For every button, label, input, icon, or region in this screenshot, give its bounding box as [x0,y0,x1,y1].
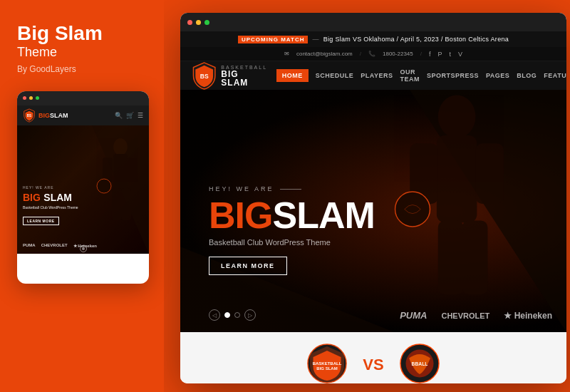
nav-blog[interactable]: BLOG [517,72,537,79]
svg-text:BBALL: BBALL [411,361,428,366]
mobile-mockup: BS BIGSLAM 🔍 🛒 ☰ [17,91,149,284]
vimeo-icon: V [458,51,462,58]
browser-top-bar [180,13,566,31]
svg-rect-12 [475,143,504,204]
team2-logo-icon: BBALL [398,342,441,383]
mobile-dot-indicator [80,245,87,252]
svg-rect-6 [121,188,131,220]
mobile-logo-area: BS BIGSLAM [23,108,68,123]
mobile-dot-red [23,96,26,100]
hero-big: BIG [209,197,272,234]
svg-rect-4 [128,158,138,182]
nav-home[interactable]: HOME [276,69,309,82]
mobile-learn-more-button[interactable]: LEARN MORE [23,217,59,225]
mobile-eyebrow: HEY! WE ARE [23,185,78,190]
mobile-search-icon[interactable]: 🔍 [115,112,123,119]
nav-logo: BS BASKETBALL BIG SLAM [192,61,268,90]
team2-logo: BBALL [398,342,441,383]
sponsor-puma: PUMA [400,310,427,321]
mobile-hero-desc: Basketball Club WordPress Theme [23,205,78,210]
hero-learn-more-button[interactable]: LEARN MORE [209,257,287,275]
vs-badge: VS [363,356,383,374]
mobile-menu-icon[interactable]: ☰ [138,112,143,119]
mobile-hero: HEY! WE ARE BIG SLAM Basketball Club Wor… [17,125,149,254]
twitter-icon: t [450,51,452,58]
nav-bigslam-label: BIG SLAM [221,70,267,87]
theme-by: By GoodLayers [17,64,147,74]
mobile-hero-slam: SLAM [43,192,72,203]
svg-text:BS: BS [200,73,209,80]
svg-rect-14 [462,221,487,295]
browser-dot-red [187,20,192,25]
mobile-nav-icons: 🔍 🛒 ☰ [115,112,143,119]
nav-schedule[interactable]: SCHEDULE [316,72,354,79]
contact-icon: ✉ [284,51,289,57]
svg-text:BIG SLAM: BIG SLAM [317,366,338,371]
theme-title-big: Big Slam [17,23,147,45]
bottom-section: BASKETBALL BIG SLAM VS BBALL [180,332,566,383]
player-silhouette [88,133,145,239]
hero-dot-2[interactable] [234,312,240,318]
browser-mockup: UPCOMING MATCH — Big Slam VS Oklahoma / … [180,13,566,383]
facebook-icon: f [429,51,431,58]
svg-point-15 [395,192,430,227]
svg-point-7 [97,179,111,193]
hero-eyebrow: HEY! WE ARE [209,185,375,192]
sponsor-heineken: ★ Heineken [504,311,552,321]
contact-email: contact@bigslam.com [296,51,353,57]
svg-rect-2 [113,154,128,190]
mobile-brand-name: BIGSLAM [38,112,68,119]
nav-pages[interactable]: PAGES [486,72,509,79]
mobile-dot-yellow [29,96,33,100]
nav-links: HOME SCHEDULE PLAYERS OUR TEAM SPORTSPRE… [276,68,566,83]
hero-desc: Basketball Club WordPress Theme [209,238,375,247]
mobile-nav: BS BIGSLAM 🔍 🛒 ☰ [17,105,149,125]
hero-player-silhouette [390,90,524,318]
hero-content: HEY! WE ARE BIG SLAM Basketball Club Wor… [209,185,375,275]
nav-players[interactable]: PLAYERS [361,72,393,79]
mobile-sponsor-puma: PUMA [23,243,36,247]
mobile-dot-green [36,96,39,100]
nav-our-team[interactable]: OUR TEAM [400,68,420,83]
mobile-sponsor-chevrolet: CHEVROLET [41,243,68,247]
hero-slam: SLAM [272,197,374,234]
mobile-cart-icon[interactable]: 🛒 [126,112,134,119]
svg-rect-10 [437,135,477,222]
svg-text:BS: BS [27,114,31,118]
pinterest-icon: P [437,51,442,58]
mobile-indicator-circle [80,245,87,252]
browser-dot-yellow [196,20,201,25]
contact-bar: ✉ contact@bigslam.com / 📞 1800-22345 / f… [180,47,566,61]
nav-brand: BASKETBALL BIG SLAM [221,65,267,87]
hero-dots: ◁ ▷ [209,309,256,321]
svg-rect-13 [438,221,464,295]
mobile-shield-icon: BS [23,108,36,123]
mobile-top-bar [17,91,149,105]
hero-prev-button[interactable]: ◁ [209,309,220,321]
announce-label: UPCOMING MATCH [238,36,309,43]
main-nav: BS BASKETBALL BIG SLAM HOME SCHEDULE PLA… [180,61,566,90]
svg-point-9 [438,96,476,138]
announce-text: Big Slam VS Oklahoma / April 5, 2023 / B… [323,36,509,43]
theme-title-big-slam: Big Slam [17,22,103,44]
sponsor-chevrolet: CHEVROLET [441,311,489,320]
hero-sponsors: PUMA CHEVROLET ★ Heineken [400,310,552,321]
browser-dot-green [204,20,209,25]
theme-subtitle: Theme [17,45,147,60]
contact-phone: 1800-22345 [383,51,413,57]
team1-logo-icon: BASKETBALL BIG SLAM [306,342,348,383]
nav-shield-icon: BS [192,61,217,90]
hero-title: BIG SLAM [209,197,375,234]
mobile-hero-content: HEY! WE ARE BIG SLAM Basketball Club Wor… [23,185,78,225]
svg-rect-5 [112,188,122,220]
hero-dot-1[interactable] [224,312,230,318]
announce-bar: UPCOMING MATCH — Big Slam VS Oklahoma / … [180,31,566,47]
svg-text:BASKETBALL: BASKETBALL [313,361,342,366]
left-panel: Big Slam Theme By GoodLayers BS BIGSLAM … [0,0,164,392]
hero-next-button[interactable]: ▷ [244,309,256,321]
nav-features[interactable]: FEATURES [544,72,566,79]
phone-icon: 📞 [368,51,375,57]
team1-logo: BASKETBALL BIG SLAM [306,342,348,383]
nav-sportspress[interactable]: SPORTSPRESS [427,72,479,79]
svg-point-1 [113,138,128,155]
